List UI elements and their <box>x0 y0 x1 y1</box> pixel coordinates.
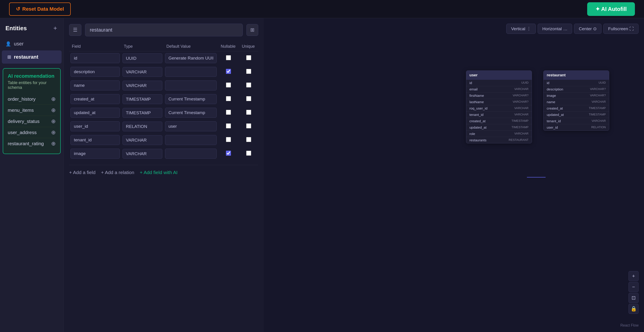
unique-checkbox[interactable] <box>246 124 251 128</box>
default-value-input[interactable] <box>165 135 217 145</box>
default-value-input[interactable] <box>165 148 217 158</box>
table-row: UUIDVARCHARTIMESTAMPRELATIONINTBOOLEANTE… <box>69 65 258 79</box>
field-name-input[interactable] <box>70 80 120 90</box>
col-header-field: Field <box>69 42 121 51</box>
table-header: ☰ ⊞ <box>69 24 258 36</box>
type-select[interactable]: UUIDVARCHARTIMESTAMPRELATIONINTBOOLEANTE… <box>122 94 162 104</box>
table-view-toggle[interactable]: ☰ <box>69 24 82 36</box>
layout-toggle-button[interactable]: ⊞ <box>246 24 258 36</box>
field-name-input[interactable] <box>70 135 120 145</box>
unique-checkbox[interactable] <box>246 69 251 74</box>
nullable-checkbox[interactable] <box>226 137 231 142</box>
rec-item-order-history: order_history ⊕ <box>8 94 56 105</box>
unique-checkbox[interactable] <box>246 151 251 156</box>
nullable-checkbox[interactable] <box>226 96 231 101</box>
default-value-input[interactable] <box>165 108 217 118</box>
unique-checkbox[interactable] <box>246 55 251 60</box>
rec-item-delivery-status: delivery_status ⊕ <box>8 116 56 127</box>
default-value-input[interactable] <box>165 67 217 77</box>
rec-add-menu-items[interactable]: ⊕ <box>51 107 56 114</box>
table-row: UUIDVARCHARTIMESTAMPRELATIONINTBOOLEANTE… <box>69 120 258 133</box>
user-entity-card[interactable]: user idUUID emailVARCHAR firstNameVARCHA… <box>466 70 532 144</box>
unique-checkbox[interactable] <box>246 96 251 101</box>
canvas-panel: Vertical ⋮ Horizontal … Center ⊙ Fullscr… <box>264 18 644 332</box>
reset-button[interactable]: ↺ Reset Data Model <box>9 2 71 16</box>
col-header-nullable: Nullable <box>218 42 239 51</box>
restaurant-entity-card[interactable]: restaurant idUUID descriptionVARCHAR? im… <box>543 70 609 131</box>
center-button[interactable]: Center ⊙ <box>574 24 602 34</box>
lock-button[interactable]: 🔒 <box>628 304 638 314</box>
type-select[interactable]: UUIDVARCHARTIMESTAMPRELATIONINTBOOLEANTE… <box>122 122 162 131</box>
type-select[interactable]: UUIDVARCHARTIMESTAMPRELATIONINTBOOLEANTE… <box>122 108 162 118</box>
nullable-checkbox[interactable] <box>226 110 231 115</box>
table-row: UUIDVARCHARTIMESTAMPRELATIONINTBOOLEANTE… <box>69 92 258 106</box>
type-select[interactable]: UUIDVARCHARTIMESTAMPRELATIONINTBOOLEANTE… <box>122 135 162 145</box>
fit-view-button[interactable]: ⊡ <box>628 293 638 303</box>
default-value-input[interactable] <box>165 94 217 104</box>
zoom-in-button[interactable]: + <box>628 271 638 281</box>
rec-item-menu-items: menu_items ⊕ <box>8 105 56 116</box>
rec-add-restaurant-rating[interactable]: ⊕ <box>51 140 56 147</box>
unique-checkbox[interactable] <box>246 110 251 115</box>
field-name-input[interactable] <box>70 53 120 63</box>
nullable-checkbox[interactable] <box>226 124 231 128</box>
sidebar: Entities + 👤 user ⊞ restaurant AI recomm… <box>0 18 64 332</box>
table-actions: + Add a field + Add a relation + Add fie… <box>69 165 258 177</box>
default-value-input[interactable] <box>165 80 217 90</box>
rec-add-delivery-status[interactable]: ⊕ <box>51 118 56 124</box>
reset-label: Reset Data Model <box>22 6 64 12</box>
field-name-input[interactable] <box>70 108 120 118</box>
card-row: idUUID <box>544 80 609 86</box>
default-value-input[interactable] <box>165 121 217 131</box>
sidebar-item-user[interactable]: 👤 user <box>0 37 64 50</box>
nullable-checkbox[interactable] <box>226 69 231 74</box>
zoom-controls: + − ⊡ 🔒 <box>628 271 638 314</box>
user-card-header: user <box>466 71 532 80</box>
table-header-row: Field Type Default Value Nullable Unique <box>69 42 258 51</box>
zoom-out-button[interactable]: − <box>628 282 638 292</box>
rec-add-order-history[interactable]: ⊕ <box>51 96 56 102</box>
vertical-button[interactable]: Vertical ⋮ <box>506 24 536 34</box>
nullable-checkbox[interactable] <box>226 55 231 60</box>
table-row: UUIDVARCHARTIMESTAMPRELATIONINTBOOLEANTE… <box>69 79 258 92</box>
fullscreen-button[interactable]: Fullscreen ⛶ <box>603 24 638 34</box>
add-ai-field-button[interactable]: + Add field with AI <box>140 168 178 177</box>
card-row: updated_atTIMESTAMP <box>466 124 532 131</box>
add-relation-label: + Add a relation <box>101 170 134 175</box>
field-name-input[interactable] <box>70 67 120 77</box>
type-select[interactable]: UUIDVARCHARTIMESTAMPRELATIONINTBOOLEANTE… <box>122 81 162 90</box>
type-select[interactable]: UUIDVARCHARTIMESTAMPRELATIONINTBOOLEANTE… <box>122 54 162 63</box>
unique-checkbox[interactable] <box>246 82 251 88</box>
entity-name-restaurant: restaurant <box>14 54 38 60</box>
card-row: roq_user_idVARCHAR <box>466 105 532 112</box>
nullable-checkbox[interactable] <box>226 82 231 88</box>
center-icon: ⊙ <box>593 26 597 31</box>
add-field-button[interactable]: + Add a field <box>69 168 96 177</box>
rec-add-user-address[interactable]: ⊕ <box>51 129 56 136</box>
unique-checkbox[interactable] <box>246 137 251 142</box>
type-select[interactable]: UUIDVARCHARTIMESTAMPRELATIONINTBOOLEANTE… <box>122 149 162 158</box>
field-name-input[interactable] <box>70 94 120 104</box>
add-relation-button[interactable]: + Add a relation <box>101 168 134 177</box>
field-name-input[interactable] <box>70 148 120 158</box>
fullscreen-label: Fullscreen <box>608 26 628 31</box>
sidebar-title: Entities <box>6 25 27 32</box>
table-name-input[interactable] <box>85 24 243 36</box>
add-entity-button[interactable]: + <box>52 24 58 33</box>
restaurant-icon: ⊞ <box>7 54 11 60</box>
card-row: roleVARCHAR <box>466 131 532 137</box>
ai-autofill-button[interactable]: ✦ AI Autofill <box>587 2 635 16</box>
horizontal-button[interactable]: Horizontal … <box>538 24 572 34</box>
vertical-icon: ⋮ <box>527 26 531 31</box>
card-row: created_atTIMESTAMP <box>544 105 609 112</box>
type-select[interactable]: UUIDVARCHARTIMESTAMPRELATIONINTBOOLEANTE… <box>122 67 162 77</box>
card-row: restaurantsRESTAURANT <box>466 137 532 143</box>
field-name-input[interactable] <box>70 121 120 131</box>
reset-icon: ↺ <box>16 6 20 12</box>
sidebar-item-restaurant[interactable]: ⊞ restaurant <box>2 50 62 64</box>
card-row: tenant_idVARCHAR <box>466 112 532 118</box>
nullable-checkbox[interactable] <box>226 151 231 156</box>
user-icon: 👤 <box>6 41 11 46</box>
default-value-input[interactable] <box>165 53 217 63</box>
card-row: user_idRELATION <box>544 124 609 130</box>
